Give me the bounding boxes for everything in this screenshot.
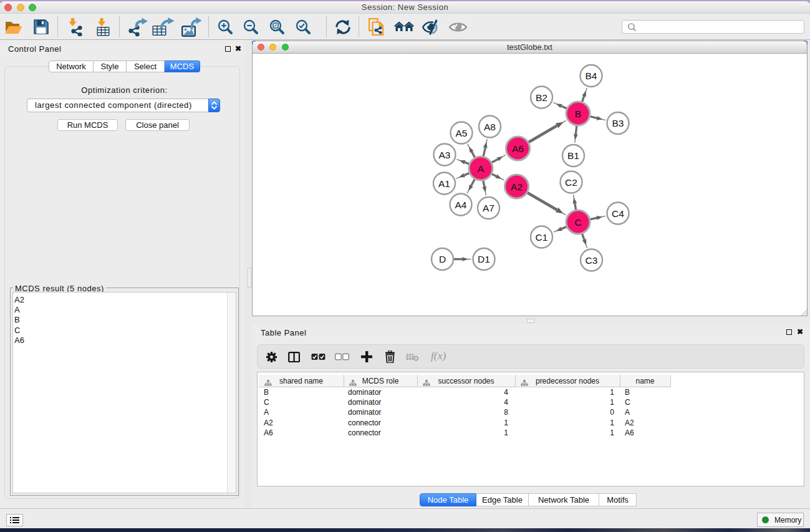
- svg-text:C4: C4: [612, 208, 624, 219]
- svg-text:C3: C3: [586, 255, 598, 266]
- svg-text:B: B: [575, 109, 581, 119]
- svg-text:B1: B1: [567, 150, 579, 161]
- svg-text:A6: A6: [512, 143, 524, 154]
- svg-text:C: C: [574, 217, 581, 228]
- svg-text:A7: A7: [483, 203, 494, 213]
- svg-text:A3: A3: [439, 150, 451, 160]
- svg-text:C1: C1: [536, 232, 548, 243]
- svg-text:A: A: [478, 163, 485, 174]
- svg-text:D1: D1: [478, 254, 490, 264]
- svg-text:B3: B3: [612, 118, 624, 128]
- svg-text:A2: A2: [511, 181, 523, 192]
- svg-text:A1: A1: [438, 178, 450, 189]
- svg-text:A5: A5: [456, 128, 468, 138]
- svg-text:D: D: [439, 254, 446, 264]
- svg-text:C2: C2: [565, 177, 577, 188]
- svg-text:B2: B2: [536, 92, 547, 103]
- svg-text:B4: B4: [586, 70, 597, 81]
- svg-text:A8: A8: [484, 122, 496, 132]
- svg-text:A4: A4: [455, 200, 467, 210]
